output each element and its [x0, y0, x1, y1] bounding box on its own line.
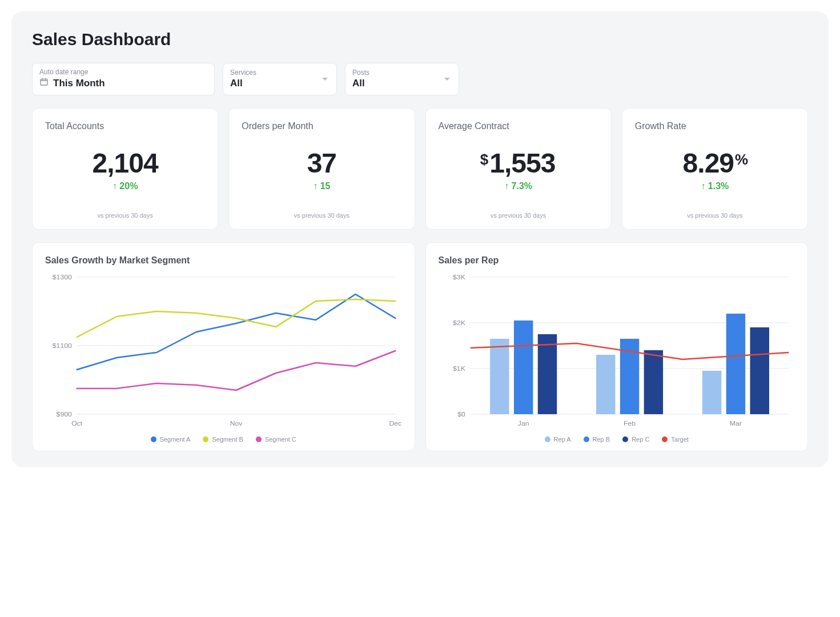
- filter-services-value: All: [230, 78, 329, 89]
- legend-dot-icon: [545, 436, 550, 442]
- kpi-value: 8.29: [683, 147, 734, 179]
- legend-label: Segment C: [265, 436, 296, 443]
- kpi-total-accounts: Total Accounts 2,104 ↑ 20% vs previous 3…: [32, 108, 218, 230]
- svg-text:$3K: $3K: [453, 274, 465, 281]
- filter-date-range[interactable]: Auto date range This Month: [32, 63, 215, 95]
- svg-text:Oct: Oct: [71, 420, 83, 427]
- kpi-delta: ↑ 20%: [45, 181, 205, 191]
- kpi-value: 1,553: [489, 147, 555, 179]
- svg-rect-20: [537, 334, 556, 414]
- legend-dot-icon: [256, 436, 262, 442]
- chart-sales-growth-segment: Sales Growth by Market Segment $900$1100…: [32, 242, 415, 451]
- legend-dot-icon: [203, 436, 208, 442]
- svg-text:Jan: Jan: [517, 420, 529, 427]
- legend-item: Rep B: [584, 436, 610, 443]
- legend-item: Rep C: [622, 436, 649, 443]
- filter-bar: Auto date range This Month Services All …: [32, 63, 808, 95]
- legend-label: Rep C: [632, 436, 649, 443]
- svg-rect-0: [41, 79, 47, 85]
- svg-text:$2K: $2K: [453, 319, 465, 326]
- legend-dot-icon: [662, 436, 668, 442]
- filter-date-text: This Month: [53, 78, 105, 89]
- legend-item: Segment B: [203, 436, 243, 443]
- filter-posts[interactable]: Posts All: [345, 63, 459, 95]
- kpi-orders-per-month: Orders per Month 37 ↑ 15 vs previous 30 …: [228, 108, 415, 230]
- legend-label: Rep B: [593, 436, 610, 443]
- filter-posts-value: All: [352, 78, 452, 89]
- dashboard-page: Sales Dashboard Auto date range This Mon…: [11, 11, 829, 467]
- calendar-icon: [39, 77, 49, 89]
- kpi-title: Total Accounts: [45, 121, 205, 131]
- svg-text:$1K: $1K: [453, 365, 465, 372]
- kpi-row: Total Accounts 2,104 ↑ 20% vs previous 3…: [32, 108, 808, 230]
- kpi-value-wrap: 8.29 %: [635, 147, 795, 179]
- kpi-title: Orders per Month: [242, 121, 401, 131]
- kpi-sub: vs previous 30 days: [242, 212, 401, 219]
- filter-services-label: Services: [230, 69, 329, 77]
- filter-services[interactable]: Services All: [223, 63, 337, 95]
- kpi-delta: ↑ 1.3%: [635, 181, 795, 191]
- kpi-prefix: $: [480, 147, 488, 169]
- legend-label: Segment A: [160, 436, 191, 443]
- page-title: Sales Dashboard: [32, 30, 808, 49]
- legend-item: Segment A: [151, 436, 191, 443]
- kpi-delta: ↑ 7.3%: [439, 181, 598, 191]
- charts-row: Sales Growth by Market Segment $900$1100…: [32, 242, 808, 451]
- legend-dot-icon: [622, 436, 628, 442]
- legend-item: Rep A: [545, 436, 571, 443]
- svg-text:$1300: $1300: [53, 274, 73, 281]
- svg-rect-19: [513, 320, 532, 414]
- chart-legend: Rep ARep BRep CTarget: [439, 436, 795, 443]
- legend-label: Segment B: [212, 436, 243, 443]
- kpi-sub: vs previous 30 days: [635, 212, 795, 219]
- kpi-value-wrap: $ 1,553: [439, 147, 598, 179]
- svg-rect-24: [644, 350, 662, 414]
- svg-rect-28: [750, 327, 769, 414]
- svg-text:Nov: Nov: [230, 420, 243, 427]
- legend-dot-icon: [584, 436, 589, 442]
- chart-canvas: $0$1K$2K$3KJanFebMar: [439, 271, 795, 431]
- kpi-value-wrap: 37: [242, 147, 401, 179]
- svg-text:$900: $900: [57, 411, 73, 418]
- svg-text:$1100: $1100: [53, 342, 73, 349]
- legend-dot-icon: [151, 436, 156, 442]
- svg-text:Mar: Mar: [729, 420, 741, 427]
- filter-posts-label: Posts: [352, 69, 452, 77]
- svg-text:Dec: Dec: [389, 420, 401, 427]
- svg-text:$0: $0: [457, 411, 465, 418]
- kpi-average-contract: Average Contract $ 1,553 ↑ 7.3% vs previ…: [425, 108, 612, 230]
- chart-title: Sales per Rep: [439, 255, 795, 266]
- kpi-title: Growth Rate: [635, 121, 795, 131]
- kpi-sub: vs previous 30 days: [439, 212, 598, 219]
- legend-label: Rep A: [554, 436, 571, 443]
- chart-legend: Segment ASegment BSegment C: [45, 436, 402, 443]
- svg-rect-27: [726, 314, 745, 414]
- svg-rect-26: [702, 371, 721, 414]
- kpi-value-wrap: 2,104: [45, 147, 205, 179]
- chart-title: Sales Growth by Market Segment: [45, 255, 402, 266]
- kpi-growth-rate: Growth Rate 8.29 % ↑ 1.3% vs previous 30…: [622, 108, 808, 230]
- kpi-sub: vs previous 30 days: [45, 212, 205, 219]
- svg-rect-18: [490, 339, 509, 414]
- legend-item: Segment C: [256, 436, 296, 443]
- chart-sales-per-rep: Sales per Rep $0$1K$2K$3KJanFebMar Rep A…: [425, 242, 809, 451]
- kpi-suffix: %: [735, 147, 748, 169]
- kpi-title: Average Contract: [439, 121, 598, 131]
- kpi-delta: ↑ 15: [242, 181, 401, 191]
- svg-rect-22: [596, 355, 615, 414]
- kpi-value: 2,104: [93, 147, 158, 179]
- chart-canvas: $900$1100$1300OctNovDec: [45, 271, 402, 431]
- svg-text:Feb: Feb: [623, 420, 635, 427]
- legend-label: Target: [671, 436, 689, 443]
- filter-date-label: Auto date range: [39, 68, 207, 76]
- legend-item: Target: [662, 436, 689, 443]
- filter-date-value: This Month: [39, 77, 207, 89]
- chevron-down-icon: [444, 77, 451, 82]
- kpi-value: 37: [307, 147, 336, 179]
- chevron-down-icon: [321, 77, 328, 82]
